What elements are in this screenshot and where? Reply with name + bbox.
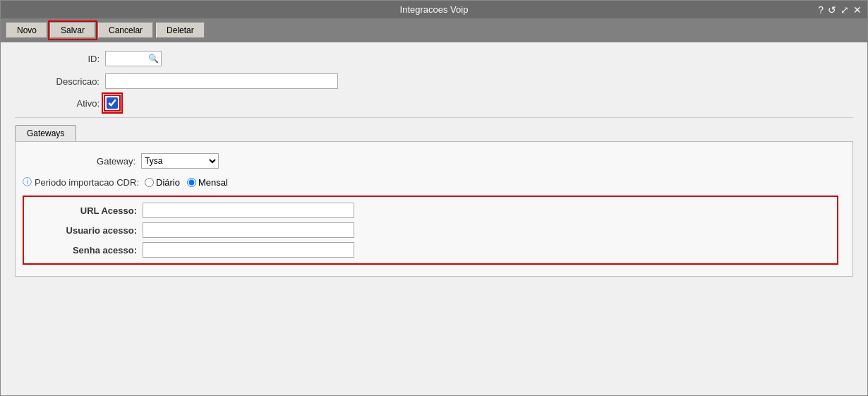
periodo-label-wrap: ⓘ Periodo importacao CDR: [23, 176, 145, 188]
usuario-input[interactable] [143, 222, 354, 238]
credentials-box: URL Acesso: Usuario acesso: Senha acesso… [23, 196, 838, 265]
gateway-select[interactable]: Tysa Asterisk Other [141, 153, 219, 169]
radio-group-periodo: Diário Mensal [145, 177, 228, 188]
usuario-label: Usuario acesso: [24, 225, 137, 236]
radio-diario-label[interactable]: Diário [145, 177, 180, 188]
salvar-button[interactable]: Salvar [50, 23, 95, 38]
radio-mensal-label[interactable]: Mensal [187, 177, 228, 188]
radio-mensal[interactable] [187, 178, 196, 187]
cancelar-button[interactable]: Cancelar [98, 23, 153, 38]
title-bar: Integracoes Voip ? ↺ ⤢ ✕ [1, 1, 867, 18]
descricao-row: Descricao: Integração Tysa [15, 73, 853, 89]
id-label: ID: [15, 54, 100, 64]
divider [15, 117, 853, 118]
tab-gateways[interactable]: Gateways [15, 125, 76, 141]
tab-section: Gateways Gateway: Tysa Asterisk Other ⓘ [15, 125, 853, 277]
close-icon[interactable]: ✕ [853, 4, 862, 16]
search-icon: 🔍 [148, 54, 159, 64]
ativo-row: Ativo: [15, 96, 853, 110]
ativo-checkbox-wrap [105, 96, 119, 110]
radio-mensal-text: Mensal [198, 177, 228, 188]
ativo-checkbox[interactable] [107, 97, 118, 109]
descricao-label: Descricao: [15, 76, 100, 87]
senha-label: Senha acesso: [24, 245, 137, 256]
senha-input[interactable] [143, 242, 354, 258]
senha-row: Senha acesso: [24, 242, 837, 258]
url-input[interactable] [143, 203, 354, 218]
refresh-icon[interactable]: ↺ [828, 4, 836, 16]
maximize-icon[interactable]: ⤢ [840, 4, 849, 16]
radio-diario[interactable] [145, 178, 154, 187]
url-label: URL Acesso: [24, 205, 137, 216]
novo-button[interactable]: Novo [6, 23, 47, 38]
periodo-label: Periodo importacao CDR: [33, 177, 139, 188]
title-bar-controls: ? ↺ ⤢ ✕ [818, 4, 862, 16]
id-row: ID: 🔍 [15, 51, 853, 66]
window-title: Integracoes Voip [400, 4, 469, 15]
content-area: ID: 🔍 Descricao: Integração Tysa Ativo: … [1, 42, 867, 395]
url-row: URL Acesso: [24, 203, 837, 218]
tab-bar: Gateways [15, 125, 853, 141]
deletar-button[interactable]: Deletar [156, 23, 205, 38]
gateway-label: Gateway: [23, 156, 135, 167]
gateway-row: Gateway: Tysa Asterisk Other [16, 153, 852, 169]
radio-diario-text: Diário [156, 177, 180, 188]
id-input-wrap: 🔍 [105, 51, 162, 66]
info-icon: ⓘ [23, 176, 32, 188]
toolbar: Novo Salvar Cancelar Deletar [1, 18, 867, 42]
usuario-row: Usuario acesso: [24, 222, 837, 238]
main-window: Integracoes Voip ? ↺ ⤢ ✕ Novo Salvar Can… [0, 0, 868, 396]
ativo-label: Ativo: [15, 98, 100, 109]
tab-content-gateways: Gateway: Tysa Asterisk Other ⓘ Periodo i… [15, 141, 853, 277]
periodo-row: ⓘ Periodo importacao CDR: Diário Mensal [16, 176, 852, 188]
help-icon[interactable]: ? [818, 4, 824, 16]
descricao-input[interactable]: Integração Tysa [105, 73, 338, 89]
